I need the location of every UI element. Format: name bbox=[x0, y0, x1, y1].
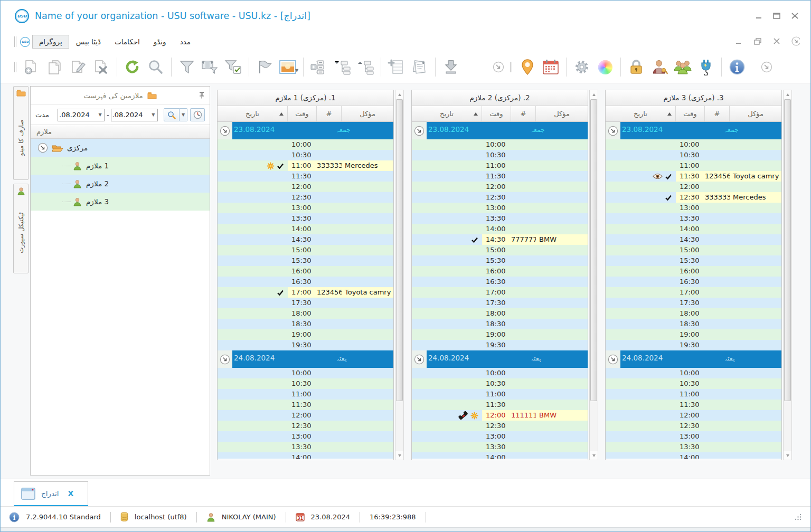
tree-item-1[interactable]: مرکزی bbox=[31, 139, 210, 157]
time-slot-row[interactable]: 19:00 bbox=[218, 329, 393, 340]
chevron-circle-icon[interactable] bbox=[755, 55, 778, 79]
time-cell[interactable]: 17:00 bbox=[482, 287, 511, 298]
time-cell[interactable]: 12:30 bbox=[482, 421, 511, 431]
date-cell[interactable] bbox=[606, 340, 676, 350]
date-cell[interactable] bbox=[606, 442, 676, 452]
time-cell[interactable]: 12:30 bbox=[676, 192, 705, 203]
time-cell[interactable]: 12:30 bbox=[288, 192, 317, 203]
client-cell[interactable] bbox=[342, 298, 393, 308]
mdi-restore-button[interactable] bbox=[753, 37, 762, 45]
date-cell[interactable] bbox=[218, 329, 288, 340]
time-cell[interactable]: 14:00 bbox=[676, 452, 705, 459]
tab-close-icon[interactable]: X bbox=[68, 489, 74, 498]
client-cell[interactable] bbox=[342, 266, 393, 277]
time-slot-row[interactable]: 17:00 bbox=[606, 287, 781, 298]
time-slot-row[interactable]: 11:30 bbox=[218, 400, 393, 410]
time-slot-row[interactable]: 14:30 bbox=[606, 234, 781, 245]
client-number-cell[interactable] bbox=[705, 421, 730, 431]
date-cell[interactable] bbox=[218, 171, 288, 182]
date-cell[interactable] bbox=[412, 245, 482, 255]
client-cell[interactable] bbox=[342, 182, 393, 192]
time-slot-row[interactable]: 18:00 bbox=[606, 308, 781, 319]
date-cell[interactable] bbox=[218, 410, 288, 421]
time-cell[interactable]: 15:30 bbox=[288, 255, 317, 266]
date-cell[interactable] bbox=[218, 400, 288, 410]
time-slot-row[interactable]: 10:30 bbox=[606, 378, 781, 389]
client-cell[interactable] bbox=[342, 421, 393, 431]
time-cell[interactable]: 19:00 bbox=[676, 329, 705, 340]
client-number-cell[interactable] bbox=[511, 378, 536, 389]
client-number-cell[interactable] bbox=[705, 389, 730, 400]
time-slot-row[interactable]: 13:00 bbox=[606, 431, 781, 442]
time-slot-row[interactable]: 12:00 bbox=[606, 182, 781, 192]
date-cell[interactable] bbox=[412, 266, 482, 277]
time-cell[interactable]: 10:00 bbox=[676, 368, 705, 378]
date-cell[interactable] bbox=[412, 182, 482, 192]
client-number-cell[interactable] bbox=[511, 150, 536, 160]
time-slot-row[interactable]: 18:00 bbox=[412, 308, 588, 319]
calendar-icon[interactable] bbox=[539, 55, 562, 79]
time-slot-row[interactable]: 13:30 bbox=[218, 442, 393, 452]
appointment-row[interactable]: 17:00123456Toyota camry bbox=[218, 287, 393, 298]
client-cell[interactable] bbox=[536, 182, 588, 192]
client-number-cell[interactable] bbox=[705, 431, 730, 442]
time-cell[interactable]: 15:30 bbox=[676, 255, 705, 266]
client-cell[interactable] bbox=[536, 389, 588, 400]
vertical-scrollbar[interactable] bbox=[589, 90, 598, 460]
client-cell[interactable] bbox=[536, 139, 588, 150]
client-cell[interactable] bbox=[342, 308, 393, 319]
appointment-row[interactable]: 14:30777777BMW bbox=[412, 234, 588, 245]
time-slot-row[interactable]: 19:30 bbox=[218, 340, 393, 350]
time-slot-row[interactable]: 10:30 bbox=[412, 378, 588, 389]
client-cell[interactable] bbox=[342, 203, 393, 213]
time-slot-row[interactable]: 12:30 bbox=[218, 421, 393, 431]
client-cell[interactable] bbox=[730, 431, 781, 442]
time-cell[interactable]: 10:30 bbox=[288, 150, 317, 160]
client-number-cell[interactable] bbox=[317, 192, 342, 203]
time-slot-row[interactable]: 13:00 bbox=[606, 203, 781, 213]
menubar-grip[interactable] bbox=[14, 36, 16, 47]
client-cell[interactable]: Mercedes bbox=[730, 192, 781, 203]
time-slot-row[interactable]: 10:00 bbox=[218, 368, 393, 378]
time-slot-row[interactable]: 10:30 bbox=[218, 378, 393, 389]
expand-rows-icon[interactable] bbox=[307, 55, 331, 79]
time-cell[interactable]: 14:30 bbox=[482, 234, 511, 245]
client-cell[interactable] bbox=[536, 308, 588, 319]
client-number-cell[interactable] bbox=[317, 234, 342, 245]
client-number-cell[interactable] bbox=[511, 442, 536, 452]
time-slot-row[interactable]: 13:30 bbox=[606, 442, 781, 452]
date-cell[interactable] bbox=[606, 277, 676, 287]
time-cell[interactable]: 12:00 bbox=[482, 182, 511, 192]
client-number-cell[interactable] bbox=[317, 368, 342, 378]
client-cell[interactable] bbox=[536, 431, 588, 442]
date-cell[interactable] bbox=[606, 160, 676, 171]
time-slot-row[interactable]: 11:30 bbox=[218, 171, 393, 182]
time-slot-row[interactable]: 18:30 bbox=[218, 319, 393, 329]
toolbar-grip[interactable] bbox=[510, 62, 512, 72]
client-cell[interactable] bbox=[536, 368, 588, 378]
client-number-cell[interactable] bbox=[705, 298, 730, 308]
close-button[interactable] bbox=[790, 12, 799, 20]
toolbar-grip[interactable] bbox=[14, 62, 16, 72]
date-cell[interactable] bbox=[606, 245, 676, 255]
client-cell[interactable]: Toyota camry bbox=[730, 171, 781, 182]
client-number-cell[interactable] bbox=[317, 421, 342, 431]
client-cell[interactable] bbox=[730, 319, 781, 329]
date-cell[interactable] bbox=[412, 329, 482, 340]
time-slot-row[interactable]: 11:00 bbox=[412, 389, 588, 400]
client-cell[interactable] bbox=[536, 452, 588, 459]
time-cell[interactable]: 11:00 bbox=[288, 160, 317, 171]
column-header-date[interactable]: تاریخ bbox=[412, 106, 482, 121]
client-number-cell[interactable] bbox=[705, 213, 730, 224]
client-number-cell[interactable] bbox=[317, 171, 342, 182]
date-from-combo[interactable]: .08.2024 ▼ bbox=[58, 109, 105, 121]
time-cell[interactable]: 17:30 bbox=[288, 298, 317, 308]
collapse-arrow-icon[interactable] bbox=[220, 354, 230, 365]
client-number-cell[interactable] bbox=[317, 213, 342, 224]
client-cell[interactable] bbox=[536, 442, 588, 452]
client-cell[interactable] bbox=[536, 224, 588, 234]
tree-item-4[interactable]: ملازم‎ 3 bbox=[31, 193, 210, 211]
time-slot-row[interactable]: 15:30 bbox=[218, 255, 393, 266]
time-slot-row[interactable]: 12:00 bbox=[218, 410, 393, 421]
client-cell[interactable] bbox=[730, 378, 781, 389]
